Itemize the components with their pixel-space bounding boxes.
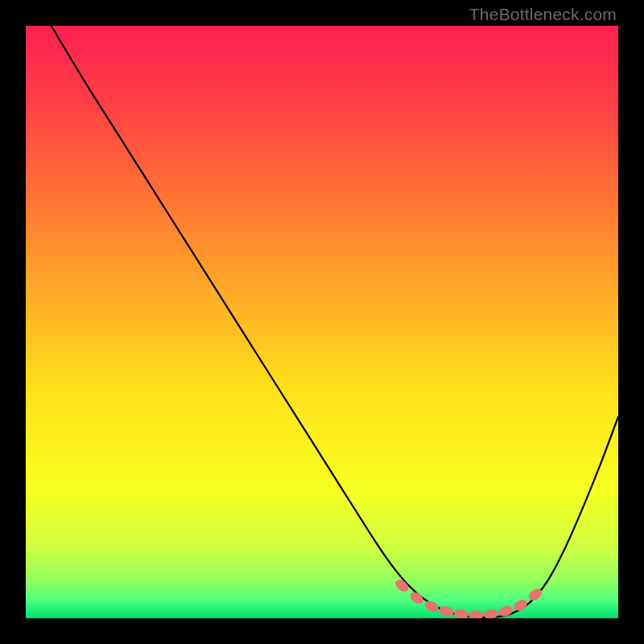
watermark-text: TheBottleneck.com (469, 5, 617, 24)
chart-frame (26, 26, 618, 618)
gradient-rect (26, 26, 618, 618)
chart-svg (26, 26, 618, 618)
